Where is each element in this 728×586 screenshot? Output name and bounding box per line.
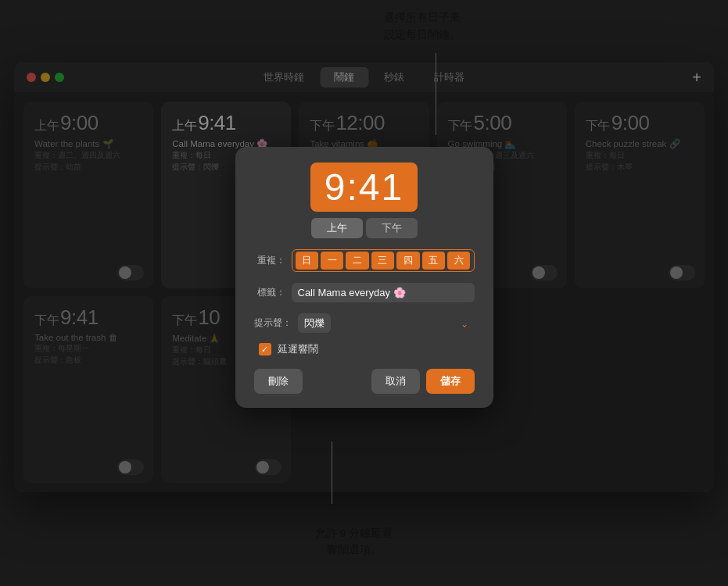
- day-sat[interactable]: 六: [447, 252, 470, 270]
- day-tue[interactable]: 二: [346, 252, 368, 270]
- day-selector: 日 一 二 三 四 五 六: [292, 249, 475, 272]
- label-row: 標籤：: [254, 283, 475, 302]
- save-button[interactable]: 儲存: [426, 369, 475, 394]
- sound-select[interactable]: 閃爍: [298, 313, 331, 333]
- day-thu[interactable]: 四: [396, 252, 419, 270]
- day-fri[interactable]: 五: [422, 252, 445, 270]
- pm-button[interactable]: 下午: [366, 218, 418, 238]
- day-mon[interactable]: 一: [321, 252, 343, 270]
- sound-row: 提示聲： 閃爍: [254, 313, 475, 333]
- edit-alarm-modal: 9:41 上午 下午 重複： 日 一 二 三 四 五 六: [235, 147, 493, 408]
- app-window: 世界時鐘 鬧鐘 秒錶 計時器 + 上午9:00 Water the plants…: [14, 63, 714, 492]
- modal-overlay: 9:41 上午 下午 重複： 日 一 二 三 四 五 六: [14, 63, 714, 492]
- label-input[interactable]: [292, 283, 475, 302]
- time-display: 9:41 上午 下午: [254, 163, 475, 238]
- modal-actions: 刪除 取消 儲存: [254, 369, 475, 394]
- day-wed[interactable]: 三: [371, 252, 394, 270]
- annotation-line-top: [436, 53, 436, 135]
- time-digits[interactable]: 9:41: [310, 163, 418, 212]
- snooze-row: ✓ 延遲響鬧: [254, 342, 475, 356]
- am-pm-selector: 上午 下午: [254, 218, 475, 238]
- label-field-label: 標籤：: [254, 286, 285, 299]
- snooze-label: 延遲響鬧: [278, 342, 318, 356]
- annotation-bottom: 允許 9 分鐘延遲 響鬧選項。: [285, 525, 422, 559]
- am-button[interactable]: 上午: [311, 218, 363, 238]
- snooze-checkbox[interactable]: ✓: [259, 343, 271, 356]
- repeat-label: 重複：: [254, 254, 285, 267]
- annotation-top: 選擇所有日子來 設定每日鬧鐘。: [360, 9, 485, 43]
- cancel-button[interactable]: 取消: [371, 369, 420, 394]
- sound-select-wrapper: 閃爍: [298, 313, 475, 333]
- day-sun[interactable]: 日: [296, 252, 318, 270]
- repeat-row: 重複： 日 一 二 三 四 五 六: [254, 249, 475, 272]
- modal-right-buttons: 取消 儲存: [371, 369, 475, 394]
- annotation-line-bottom: [332, 441, 332, 504]
- sound-field-label: 提示聲：: [254, 316, 292, 330]
- delete-button[interactable]: 刪除: [254, 369, 303, 394]
